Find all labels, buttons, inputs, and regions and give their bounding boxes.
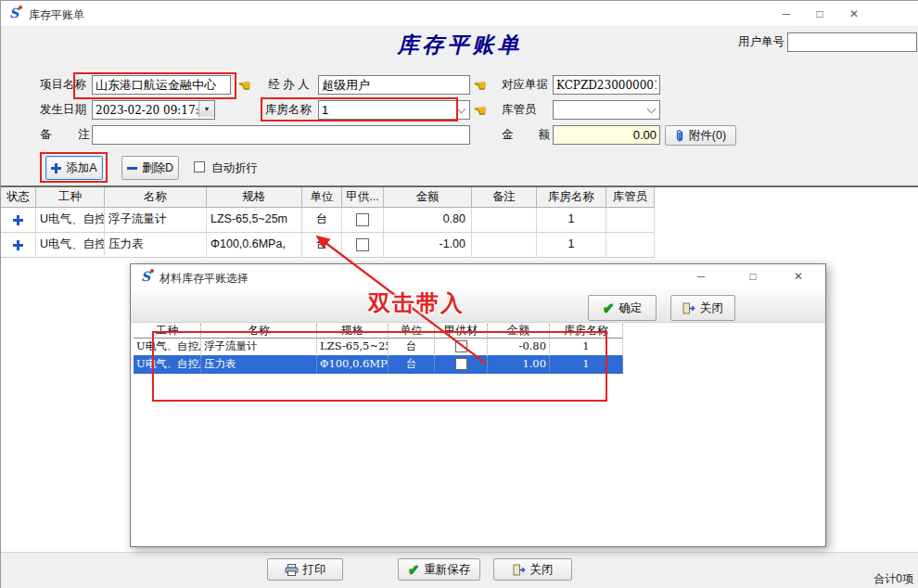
- table-row-cell[interactable]: [472, 233, 537, 258]
- check-icon: ✔: [408, 561, 420, 578]
- table-row-cell[interactable]: -1.00: [384, 233, 472, 258]
- doc-input[interactable]: [553, 75, 660, 95]
- close-button[interactable]: 关闭: [493, 558, 572, 581]
- col-header-spec[interactable]: 规格: [207, 187, 302, 208]
- date-picker[interactable]: ▼: [92, 100, 215, 120]
- dialog-ok-label: 确定: [618, 300, 642, 316]
- dialog-row-cell[interactable]: -0.80: [488, 338, 550, 356]
- autowrap-checkbox[interactable]: [194, 161, 205, 173]
- table-row-cell[interactable]: 台: [302, 208, 342, 233]
- project-label: 项目名称: [40, 75, 86, 95]
- check-icon: ✔: [603, 300, 615, 316]
- table-row-cell[interactable]: 1: [537, 233, 606, 258]
- project-lookup-hand-icon[interactable]: ☚: [238, 77, 250, 94]
- date-label: 发生日期: [40, 100, 86, 120]
- row-status-plus-icon: [1, 208, 36, 233]
- attachment-button[interactable]: 附件(0): [665, 125, 736, 146]
- keeper-input[interactable]: [553, 100, 660, 120]
- dialog-row[interactable]: U电气、自控及 浮子流量计 LZS-65,5~25m: 台 -0.80 1: [134, 338, 623, 356]
- amount-label: 金 额: [502, 125, 550, 145]
- table-row-cell[interactable]: [472, 208, 537, 233]
- table-row-cell[interactable]: 1: [537, 208, 606, 233]
- col-header-trade[interactable]: 工种: [36, 187, 105, 208]
- table-row-cell[interactable]: Φ100,0.6MPa,: [207, 233, 302, 258]
- add-button[interactable]: 添加A: [45, 156, 103, 180]
- window-title: 库存平账单: [29, 7, 84, 23]
- table-row-cell[interactable]: 浮子流量计: [105, 208, 207, 233]
- col-header-warehouse[interactable]: 库房名称: [537, 187, 606, 208]
- dialog-close-button[interactable]: 关闭: [670, 295, 735, 321]
- handler-label: 经 办 人: [268, 75, 309, 95]
- keeper-label: 库管员: [502, 100, 537, 120]
- exit-door-icon: [513, 564, 526, 576]
- dialog-minimize-icon[interactable]: ─: [687, 266, 715, 287]
- dialog-owner-checkbox[interactable]: [435, 338, 488, 356]
- dialog-logo-icon: S: [141, 269, 150, 284]
- col-header-keeper[interactable]: 库管员: [606, 187, 655, 208]
- dialog-col-header-unit[interactable]: 单位: [389, 324, 435, 339]
- warehouse-lookup-hand-icon[interactable]: ☚: [474, 102, 486, 119]
- dialog-col-header-owner[interactable]: 甲供材: [435, 324, 488, 339]
- app-logo-icon: S: [9, 6, 19, 20]
- keeper-combobox[interactable]: [553, 100, 660, 120]
- warehouse-combobox[interactable]: [318, 100, 470, 120]
- dialog-row-cell[interactable]: 1: [550, 338, 623, 356]
- dialog-row-cell[interactable]: U电气、自控及: [134, 355, 201, 374]
- print-button[interactable]: 打印: [267, 558, 343, 581]
- table-row-cell[interactable]: 台: [302, 233, 342, 258]
- dialog-row-cell[interactable]: Φ100,0.6MPa: [317, 355, 389, 374]
- window-titlebar: S 库存平账单 ─ □ ✕: [1, 1, 918, 27]
- col-header-owner[interactable]: 甲供...: [342, 187, 384, 208]
- dialog-col-header-amount[interactable]: 金额: [488, 324, 550, 339]
- col-header-status[interactable]: 状态: [1, 187, 36, 208]
- dialog-row-cell[interactable]: U电气、自控及: [134, 338, 201, 356]
- total-count-label: 合计0项: [873, 571, 913, 587]
- col-header-remark[interactable]: 备注: [472, 187, 537, 208]
- col-header-amount[interactable]: 金额: [384, 187, 472, 208]
- dialog-owner-checkbox[interactable]: [435, 355, 488, 374]
- table-row-cell[interactable]: U电气、自控: [36, 208, 105, 233]
- dialog-col-header-spec[interactable]: 规格: [317, 324, 389, 339]
- dialog-close-icon[interactable]: ✕: [784, 266, 812, 287]
- amount-input[interactable]: [553, 125, 660, 145]
- minimize-icon[interactable]: ─: [772, 4, 800, 24]
- dialog-col-header-warehouse[interactable]: 库房名称: [550, 324, 623, 339]
- table-row-cell[interactable]: 0.80: [384, 208, 472, 233]
- maximize-icon[interactable]: □: [806, 4, 834, 24]
- dialog-col-header-name[interactable]: 名称: [201, 324, 317, 339]
- owner-checkbox[interactable]: [342, 233, 384, 258]
- table-row-cell[interactable]: 压力表: [105, 233, 207, 258]
- dialog-row-cell[interactable]: 台: [389, 338, 435, 356]
- table-row-cell[interactable]: [606, 233, 655, 258]
- table-row-cell[interactable]: [606, 208, 655, 233]
- close-icon[interactable]: ✕: [840, 4, 868, 24]
- table-row-cell[interactable]: U电气、自控: [36, 233, 105, 258]
- dialog-maximize-icon[interactable]: □: [739, 266, 767, 287]
- resave-button[interactable]: ✔ 重新保存: [398, 558, 480, 581]
- dialog-row-cell[interactable]: 压力表: [201, 355, 317, 374]
- dialog-row-cell[interactable]: 台: [389, 355, 435, 374]
- col-header-unit[interactable]: 单位: [302, 187, 342, 208]
- table-row-cell[interactable]: LZS-65,5~25m: [207, 208, 302, 233]
- date-input[interactable]: [92, 100, 215, 120]
- dialog-row-cell[interactable]: 浮子流量计: [201, 338, 317, 356]
- owner-checkbox[interactable]: [342, 208, 384, 233]
- user-doc-input[interactable]: [787, 32, 917, 52]
- delete-button[interactable]: 删除D: [121, 156, 179, 180]
- warehouse-label: 库房名称: [265, 100, 312, 120]
- dialog-ok-button[interactable]: ✔ 确定: [588, 295, 657, 321]
- remark-input[interactable]: [92, 125, 470, 145]
- handler-lookup-hand-icon[interactable]: ☚: [474, 77, 486, 94]
- col-header-name[interactable]: 名称: [105, 187, 207, 208]
- dialog-row-cell[interactable]: LZS-65,5~25m:: [317, 338, 389, 356]
- handler-input[interactable]: [318, 75, 470, 95]
- warehouse-input[interactable]: [318, 100, 470, 120]
- project-input[interactable]: [92, 75, 231, 95]
- dialog-row-cell[interactable]: 1: [550, 355, 623, 374]
- dialog-row-selected[interactable]: U电气、自控及 压力表 Φ100,0.6MPa 台 1.00 1: [134, 355, 623, 374]
- dialog-close-label: 关闭: [700, 300, 723, 316]
- dialog-col-header-trade[interactable]: 工种: [134, 324, 201, 339]
- date-dropdown-icon[interactable]: ▼: [198, 101, 214, 117]
- dialog-row-cell[interactable]: 1.00: [488, 355, 550, 374]
- attachment-label: 附件(0): [689, 128, 726, 144]
